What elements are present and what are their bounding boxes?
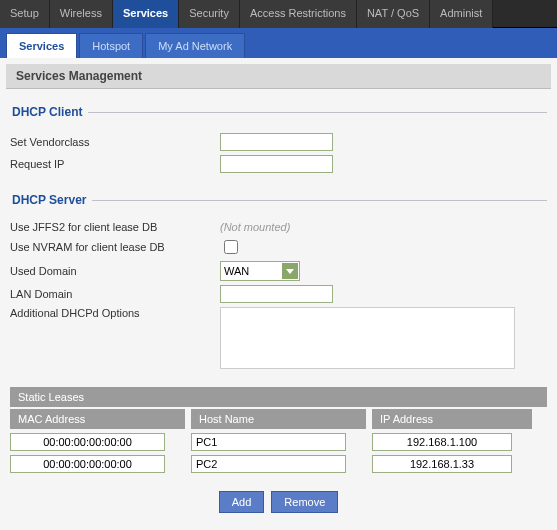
add-button[interactable]: Add <box>219 491 265 513</box>
lease-row <box>10 433 547 451</box>
top-tab-services[interactable]: Services <box>113 0 179 28</box>
additional-dhcpd-textarea[interactable] <box>220 307 515 369</box>
jffs2-label: Use JFFS2 for client lease DB <box>10 221 220 233</box>
used-domain-label: Used Domain <box>10 265 220 277</box>
jffs2-status: (Not mounted) <box>220 221 290 233</box>
used-domain-select[interactable]: WAN <box>220 261 300 281</box>
top-tab-wireless[interactable]: Wireless <box>50 0 113 28</box>
header-host: Host Name <box>191 409 366 429</box>
requestip-label: Request IP <box>10 158 220 170</box>
lease-ip-input[interactable] <box>372 433 512 451</box>
header-ip: IP Address <box>372 409 532 429</box>
lease-mac-input[interactable] <box>10 455 165 473</box>
vendorclass-label: Set Vendorclass <box>10 136 220 148</box>
header-mac: MAC Address <box>10 409 185 429</box>
lease-mac-input[interactable] <box>10 433 165 451</box>
static-leases-header-row: MAC Address Host Name IP Address <box>10 409 547 429</box>
sub-tab-my-ad-network[interactable]: My Ad Network <box>145 33 245 58</box>
remove-button[interactable]: Remove <box>271 491 338 513</box>
lease-host-input[interactable] <box>191 433 346 451</box>
content-area: Services Management DHCP Client Set Vend… <box>0 58 557 527</box>
dhcp-client-legend: DHCP Client <box>10 105 88 119</box>
static-leases-body <box>10 433 547 473</box>
lan-domain-input[interactable] <box>220 285 333 303</box>
lease-host-input[interactable] <box>191 455 346 473</box>
lan-domain-label: LAN Domain <box>10 288 220 300</box>
dhcp-server-legend: DHCP Server <box>10 193 92 207</box>
static-leases-block: Static Leases MAC Address Host Name IP A… <box>10 387 547 513</box>
top-tab-security[interactable]: Security <box>179 0 240 28</box>
lease-row <box>10 455 547 473</box>
additional-dhcpd-label: Additional DHCPd Options <box>10 307 220 319</box>
top-tab-setup[interactable]: Setup <box>0 0 50 28</box>
sub-tab-hotspot[interactable]: Hotspot <box>79 33 143 58</box>
static-leases-title: Static Leases <box>10 387 547 407</box>
button-row: Add Remove <box>10 491 547 513</box>
dhcp-server-block: DHCP Server Use JFFS2 for client lease D… <box>10 193 547 373</box>
top-tab-access-restrictions[interactable]: Access Restrictions <box>240 0 357 28</box>
top-tab-bar: Setup Wireless Services Security Access … <box>0 0 557 28</box>
sub-tab-services[interactable]: Services <box>6 33 77 58</box>
nvram-checkbox[interactable] <box>224 240 238 254</box>
lease-ip-input[interactable] <box>372 455 512 473</box>
top-tab-nat-qos[interactable]: NAT / QoS <box>357 0 430 28</box>
top-tab-administration[interactable]: Administ <box>430 0 493 28</box>
sub-tab-bar: Services Hotspot My Ad Network <box>0 28 557 58</box>
requestip-input[interactable] <box>220 155 333 173</box>
nvram-label: Use NVRAM for client lease DB <box>10 241 220 253</box>
vendorclass-input[interactable] <box>220 133 333 151</box>
page-title: Services Management <box>6 64 551 89</box>
dhcp-client-block: DHCP Client Set Vendorclass Request IP <box>10 105 547 177</box>
